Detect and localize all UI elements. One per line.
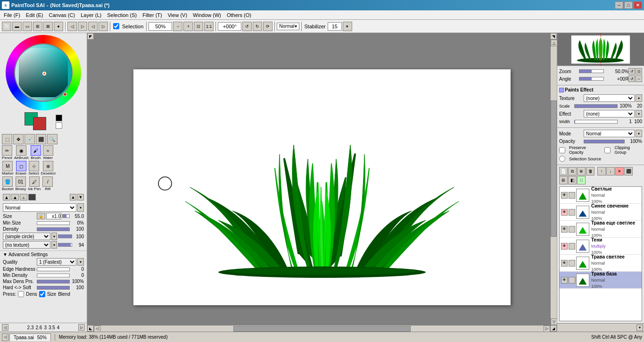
maximize-button[interactable]: □ (624, 1, 633, 9)
canvas-tab[interactable]: Трава.sai 50% (9, 334, 51, 341)
texture-select[interactable]: (no texture) (3, 241, 50, 249)
brush-scroll-down[interactable]: ▼ (77, 194, 84, 200)
layer-del-btn[interactable]: 🗑 (586, 167, 594, 175)
shape-triangle-med[interactable]: ▲ (11, 194, 19, 200)
width-pe-track[interactable] (574, 120, 618, 124)
layer-item-trava-svetlee[interactable]: 👁 Трава светлее Normal 100% (560, 255, 642, 272)
tb-btn-4[interactable]: ⊞ (33, 22, 42, 31)
h-scroll-thumb[interactable] (233, 326, 411, 332)
scroll-left-btn[interactable]: ◁ (94, 325, 100, 332)
tb-btn-5[interactable]: ⊠ (43, 22, 53, 31)
mode-select[interactable]: Normal (3, 203, 76, 212)
canvas-nav-botright[interactable]: ◢ (550, 325, 557, 332)
texture-pe-arrow[interactable]: ▾ (636, 94, 642, 102)
selection-tool[interactable]: ⬚ (2, 134, 12, 144)
zoom-tool[interactable]: 🔍 (47, 134, 58, 144)
effect-pe-select[interactable]: (none) (584, 110, 635, 117)
shape-triangle-light[interactable]: ▲ (20, 194, 27, 200)
layer-eye-teni[interactable]: 👁 (561, 243, 568, 250)
zoom-reset-btn[interactable]: ↺ (628, 68, 635, 75)
rot-right[interactable]: ↻ (253, 22, 262, 31)
layer-eye-trava-svetlee[interactable]: 👁 (561, 260, 568, 267)
angle-track[interactable] (579, 77, 604, 81)
brush-tool[interactable]: 🖌 (31, 145, 41, 156)
tb-btn-1[interactable]: ⬜ (2, 22, 11, 31)
canvas-nav-topright[interactable]: ◥ (550, 33, 557, 40)
tb-nav-2[interactable]: ▷ (78, 22, 87, 31)
secondary-swatch[interactable] (33, 117, 46, 130)
binary-tool[interactable]: 01 (16, 176, 26, 187)
blend-mode-selector[interactable]: Normal ▾ (277, 23, 299, 30)
layer-down-btn[interactable]: ↓ (606, 167, 615, 175)
layer-eye-sinee[interactable]: 👁 (561, 209, 568, 216)
layer-up-btn[interactable]: ↑ (597, 167, 606, 175)
layer-tf-btn[interactable]: ⊞ (559, 176, 568, 184)
secondary-color-dot[interactable] (63, 92, 67, 96)
tb-btn-6[interactable]: ● (54, 22, 63, 31)
flip-h-btn[interactable]: ↔ (636, 75, 642, 82)
black-swatch[interactable] (56, 115, 62, 121)
eyedrop-tool[interactable]: 💉 (25, 134, 35, 144)
right-nav-btn[interactable]: ▷ (78, 324, 85, 331)
canvas-frame[interactable] (133, 69, 511, 305)
menu-view[interactable]: View (V) (165, 11, 190, 19)
size-track[interactable] (62, 214, 70, 218)
water-tool[interactable]: ≈ (43, 145, 53, 156)
h-scroll-track[interactable] (100, 326, 544, 332)
size-lock[interactable]: 🔒 (37, 213, 45, 219)
angle-reset-btn[interactable]: ↺ (628, 75, 635, 82)
layer-eye-trava-baza[interactable]: 👁 (561, 277, 568, 284)
menu-selection[interactable]: Selection (S) (104, 11, 140, 19)
zoom-fit-btn[interactable]: ⊡ (636, 68, 642, 75)
layer-item-teni[interactable]: 👁 Тени Multiply 100% (560, 238, 642, 255)
scroll-up-btn[interactable]: △ (551, 40, 557, 46)
zoom-100[interactable]: 1:1 (204, 22, 214, 31)
minimize-button[interactable]: ─ (615, 1, 623, 9)
zoom-minus[interactable]: − (173, 22, 182, 31)
rot-left[interactable]: ↺ (242, 22, 252, 31)
scale-pe-track[interactable] (574, 104, 618, 108)
adv-header[interactable]: ▼ Advanced Settings (3, 252, 84, 257)
primary-color-dot[interactable] (42, 72, 46, 75)
opacity-mo-track[interactable] (584, 140, 625, 143)
menu-canvas[interactable]: Canvas (C) (46, 11, 78, 19)
layer-clr-btn[interactable]: ✕ (615, 167, 624, 175)
scroll-right-btn[interactable]: ▷ (544, 325, 550, 332)
layer-item-trava-baza[interactable]: 👁 Трава база Normal 100% (560, 272, 642, 289)
bucket-tool[interactable]: 🪣 (2, 176, 13, 187)
clipping-group-checkbox[interactable] (604, 147, 611, 153)
zoom-fit[interactable]: ⊡ (194, 22, 203, 31)
quality-select[interactable]: 1 (Fastest) (37, 258, 76, 266)
shape-triangle-dark[interactable]: ▲ (3, 194, 10, 200)
dens-checkbox[interactable] (18, 291, 24, 297)
hard-soft-track[interactable] (37, 286, 70, 290)
layer-fill-btn[interactable]: ⬛ (624, 167, 633, 175)
close-button[interactable]: ✕ (634, 1, 642, 9)
fill-tool[interactable]: ⬛ (36, 134, 46, 144)
marker-tool[interactable]: M (2, 161, 13, 171)
layer-lock-svetlye[interactable] (569, 192, 575, 199)
layer-item-sinee[interactable]: 👁 Синее свечение Normal 100% (560, 204, 642, 221)
inkpen-tool[interactable]: 🖊 (29, 176, 40, 187)
mode-mo-select[interactable]: Normal (584, 130, 635, 137)
select-tool[interactable]: ⊹ (29, 161, 39, 171)
menu-filter[interactable]: Filter (T) (140, 11, 165, 19)
layer-item-trava-esche[interactable]: 👁 Трава еще светлее Normal 100% (560, 221, 642, 238)
move-tool[interactable]: ✥ (13, 134, 24, 144)
layer-lock-trava-esche[interactable] (569, 226, 575, 233)
white-swatch[interactable] (56, 122, 62, 129)
stabilizer-input[interactable] (328, 22, 342, 31)
mode-arrow[interactable]: ▾ (77, 203, 84, 212)
layer-eye-svetlye[interactable]: 👁 (561, 192, 568, 199)
v-scroll-track[interactable] (551, 46, 557, 318)
zoom-plus[interactable]: + (183, 22, 193, 31)
rot-reset[interactable]: ⟳ (263, 22, 272, 31)
selection-checkbox[interactable] (113, 23, 119, 29)
size-2-6[interactable]: 2.6 (35, 325, 42, 330)
airbrush-tool[interactable]: ◉ (16, 145, 26, 156)
brush-scroll-up[interactable]: ▲ (70, 194, 76, 200)
layer-lock-teni[interactable] (569, 243, 575, 250)
preserve-opacity-checkbox[interactable] (559, 147, 565, 153)
edge-track[interactable] (37, 267, 70, 271)
selection-source-radio[interactable] (559, 156, 565, 162)
